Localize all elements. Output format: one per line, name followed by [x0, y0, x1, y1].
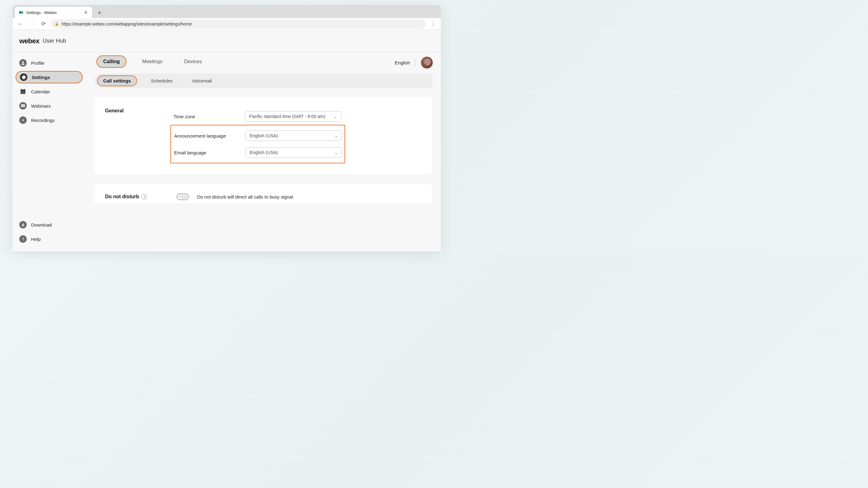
- new-tab-button[interactable]: ＋: [94, 7, 104, 18]
- email-language-label: Email language: [174, 150, 246, 155]
- webex-favicon-icon: [19, 10, 24, 15]
- announcement-language-select[interactable]: English (USA) ⌄: [246, 131, 342, 141]
- sidebar-label: Webinars: [31, 103, 51, 109]
- browser-window: Settings - Webex ✕ ＋ ← → ⟳ 🔒 https://exa…: [12, 5, 441, 252]
- hub-title: User Hub: [42, 38, 66, 44]
- email-language-select[interactable]: English (USA) ⌄: [246, 147, 342, 158]
- email-language-row: Email language English (USA) ⌄: [174, 144, 340, 161]
- tab-calling[interactable]: Calling: [96, 55, 127, 68]
- svg-point-2: [22, 61, 24, 63]
- svg-rect-6: [24, 89, 25, 90]
- browser-tab[interactable]: Settings - Webex ✕: [15, 7, 92, 18]
- url-field[interactable]: 🔒 https://example.webex.com/webappng/sit…: [51, 19, 426, 29]
- svg-rect-4: [21, 90, 26, 91]
- top-right-controls: English: [395, 56, 433, 69]
- sidebar-item-calendar[interactable]: Calendar: [16, 85, 83, 98]
- sidebar-item-download[interactable]: Download: [16, 219, 83, 231]
- forward-button[interactable]: →: [27, 20, 36, 28]
- sub-tabs: Call settings Schedules Voicemail: [94, 74, 432, 88]
- url-text: https://example.webex.com/webappng/sites…: [62, 22, 192, 26]
- browser-menu-icon[interactable]: ⋮: [429, 21, 438, 27]
- sidebar-label: Download: [31, 222, 52, 228]
- subtab-schedules[interactable]: Schedules: [145, 76, 178, 86]
- recordings-icon: [19, 116, 27, 124]
- announcement-language-value: English (USA): [250, 133, 278, 138]
- tab-devices[interactable]: Devices: [178, 56, 208, 67]
- sidebar-label: Help: [31, 236, 41, 242]
- svg-point-1: [21, 11, 23, 14]
- dnd-card: Do not disturb i ✕ Do not disturb will d…: [94, 184, 432, 203]
- lock-icon: 🔒: [55, 22, 59, 26]
- app-body: English Profile Settings: [12, 52, 441, 252]
- timezone-value: Pacific standard time (GMT - 8:00 am): [249, 114, 326, 119]
- chevron-down-icon: ⌄: [335, 150, 338, 155]
- reload-button[interactable]: ⟳: [39, 20, 48, 28]
- app: webex User Hub English Profile: [12, 30, 441, 252]
- dnd-toggle[interactable]: ✕: [177, 193, 189, 200]
- sidebar-label: Profile: [31, 60, 44, 66]
- chevron-down-icon: ⌄: [335, 134, 338, 138]
- calendar-icon: [19, 88, 27, 95]
- dnd-description: Do not disturb will direct all calls to …: [197, 194, 422, 200]
- app-header: webex User Hub: [12, 30, 441, 52]
- chevron-down-icon: ⌄: [334, 114, 337, 119]
- tab-meetings[interactable]: Meetings: [136, 56, 168, 67]
- sidebar-item-profile[interactable]: Profile: [16, 57, 83, 69]
- info-icon[interactable]: i: [142, 194, 147, 200]
- sidebar-item-recordings[interactable]: Recordings: [16, 114, 83, 126]
- sidebar-item-webinars[interactable]: Webinars: [16, 99, 83, 112]
- profile-icon: [19, 59, 27, 66]
- content: Calling Meetings Devices Call settings S…: [86, 52, 441, 252]
- tab-title: Settings - Webex: [26, 10, 81, 15]
- sidebar-item-help[interactable]: ? Help: [16, 233, 83, 245]
- language-highlight-box: Announcement language English (USA) ⌄ Em…: [170, 125, 345, 163]
- general-heading: General: [105, 108, 174, 163]
- announcement-language-label: Announcement language: [174, 133, 246, 139]
- back-button[interactable]: ←: [16, 20, 24, 28]
- dnd-heading: Do not disturb i: [105, 194, 174, 200]
- primary-tabs: Calling Meetings Devices: [94, 55, 432, 68]
- address-bar: ← → ⟳ 🔒 https://example.webex.com/webapp…: [12, 18, 441, 30]
- user-avatar[interactable]: [420, 56, 433, 69]
- sidebar-item-settings[interactable]: Settings: [16, 71, 83, 83]
- gear-icon: [20, 74, 27, 81]
- announcement-language-row: Announcement language English (USA) ⌄: [174, 127, 340, 144]
- sidebar-label: Settings: [32, 75, 50, 80]
- toggle-knob-off-icon: ✕: [178, 194, 183, 200]
- tab-strip: Settings - Webex ✕ ＋: [12, 5, 441, 18]
- general-card: General Time zone Pacific standard time …: [94, 97, 432, 175]
- tab-close-icon[interactable]: ✕: [83, 10, 88, 15]
- timezone-label: Time zone: [174, 114, 245, 119]
- sidebar-label: Calendar: [31, 89, 50, 94]
- sidebar: Profile Settings Calendar: [12, 52, 86, 252]
- divider: [415, 58, 415, 66]
- subtab-call-settings[interactable]: Call settings: [97, 75, 137, 86]
- timezone-select[interactable]: Pacific standard time (GMT - 8:00 am) ⌄: [245, 111, 341, 122]
- language-selector[interactable]: English: [395, 60, 410, 65]
- download-icon: [19, 221, 27, 228]
- webinars-icon: [19, 102, 27, 110]
- help-icon: ?: [19, 235, 27, 243]
- subtab-voicemail[interactable]: Voicemail: [186, 76, 217, 86]
- brand-logo: webex: [19, 37, 39, 45]
- email-language-value: English (USA): [250, 150, 278, 155]
- svg-point-9: [22, 119, 24, 121]
- timezone-row: Time zone Pacific standard time (GMT - 8…: [174, 108, 422, 125]
- svg-rect-5: [22, 89, 22, 90]
- sidebar-label: Recordings: [31, 118, 55, 123]
